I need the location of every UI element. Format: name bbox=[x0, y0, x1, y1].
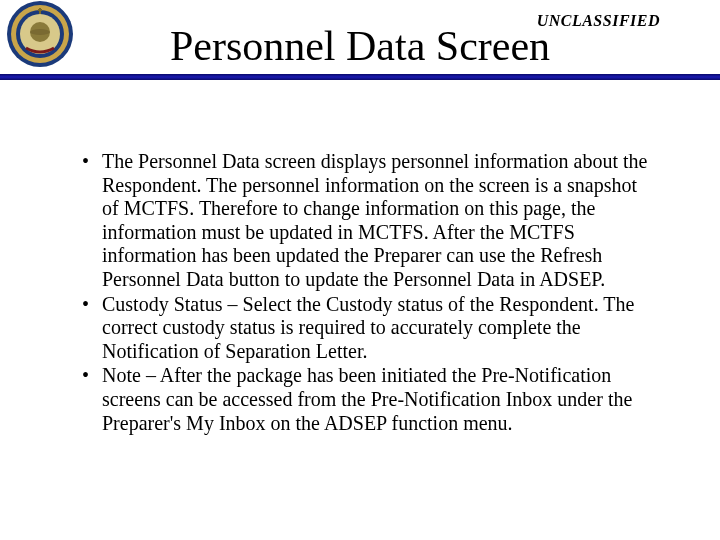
bullet-list: The Personnel Data screen displays perso… bbox=[82, 150, 650, 435]
list-item: Note – After the package has been initia… bbox=[82, 364, 650, 435]
header-divider bbox=[0, 74, 720, 80]
page-title: Personnel Data Screen bbox=[0, 22, 720, 70]
list-item: Custody Status – Select the Custody stat… bbox=[82, 293, 650, 364]
slide-body: The Personnel Data screen displays perso… bbox=[82, 150, 650, 436]
slide-header: UNCLASSIFIED Personnel Data Screen bbox=[0, 0, 720, 82]
list-item: The Personnel Data screen displays perso… bbox=[82, 150, 650, 292]
